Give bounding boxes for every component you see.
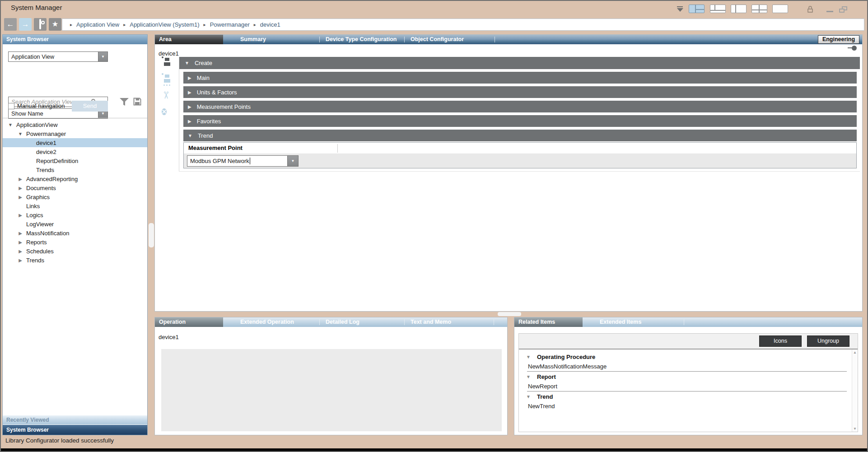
send-button[interactable]: Send xyxy=(72,101,108,112)
tab-summary[interactable]: Summary xyxy=(240,36,266,42)
expander-icon[interactable]: ▼ xyxy=(526,374,532,379)
breadcrumb-item[interactable]: Application View xyxy=(76,21,119,28)
measurement-point-combobox[interactable]: Modbus GPM Network ▼ xyxy=(187,155,299,167)
restore-window-button[interactable] xyxy=(839,6,847,13)
back-button[interactable]: ← xyxy=(4,18,17,31)
scroll-down-icon[interactable]: ▼ xyxy=(853,427,857,431)
tree-item[interactable]: Links xyxy=(3,201,147,210)
pin-icon[interactable] xyxy=(848,46,857,51)
tab-detailed-log[interactable]: Detailed Log xyxy=(326,319,359,325)
expander-icon[interactable]: ▶ xyxy=(17,186,23,191)
expander-icon[interactable]: ▼ xyxy=(526,394,532,399)
scroll-up-icon[interactable]: ▲ xyxy=(853,350,857,354)
view-selector-dropdown[interactable]: Application View ▼ xyxy=(8,51,108,62)
text-cursor xyxy=(250,158,250,164)
chevron-down-icon[interactable]: ▼ xyxy=(287,156,298,166)
breadcrumb-item[interactable]: ApplicationView (System1) xyxy=(130,21,199,28)
expander-icon[interactable]: ▶ xyxy=(17,240,23,245)
tree-item[interactable]: ▶ Trends xyxy=(3,256,147,265)
save-as-button[interactable] xyxy=(162,73,173,85)
tree-item[interactable]: ▶ Logics xyxy=(3,210,147,219)
save-button[interactable] xyxy=(162,56,173,68)
forward-button[interactable]: → xyxy=(19,18,32,31)
tree-item[interactable]: Trends xyxy=(3,165,147,174)
tree-item[interactable]: ▶ Schedules xyxy=(3,247,147,256)
expander-icon[interactable]: ▶ xyxy=(17,177,23,182)
accordion-trend[interactable]: ▼ Trend xyxy=(183,130,857,141)
vertical-splitter-handle[interactable] xyxy=(149,223,154,247)
horizontal-splitter-handle[interactable] xyxy=(498,312,521,316)
related-group[interactable]: ▼ Trend xyxy=(519,392,858,401)
window: System Manager ← → ★ ▸ Application View … xyxy=(0,0,868,452)
ungroup-button[interactable]: Ungroup xyxy=(807,336,849,347)
expander-icon[interactable]: ▶ xyxy=(17,231,23,236)
tab-operation[interactable]: Operation xyxy=(155,317,223,327)
tree-item[interactable]: ▶ AdvancedReporting xyxy=(3,174,147,183)
related-item[interactable]: NewTrend xyxy=(519,401,858,410)
tree-item[interactable]: ▶ Graphics xyxy=(3,192,147,201)
tree-item[interactable]: ▶ Documents xyxy=(3,183,147,192)
tab-area[interactable]: Area xyxy=(155,35,223,44)
cut-button[interactable]: ✂ xyxy=(162,90,173,102)
tree-item[interactable]: ▶ Reports xyxy=(3,238,147,247)
tree-item[interactable]: ▼ ApplicationView xyxy=(3,120,147,129)
icons-view-button[interactable]: Icons xyxy=(759,336,802,347)
layout-four-pane-button[interactable] xyxy=(689,5,705,13)
expander-icon[interactable]: ▼ xyxy=(17,131,23,136)
tab-related-items[interactable]: Related Items xyxy=(514,317,583,327)
configuration-accordion: ▼ Create ▶ Main ▶ Units & Factors ▶ Meas… xyxy=(179,57,860,172)
save-filter-icon[interactable] xyxy=(133,97,142,106)
tree-item-label: Graphics xyxy=(26,194,50,200)
delete-button[interactable]: ✕ xyxy=(162,107,173,118)
expander-icon[interactable]: ▶ xyxy=(17,258,23,263)
accordion-main[interactable]: ▶ Main xyxy=(183,72,857,84)
expander-icon[interactable]: ▶ xyxy=(17,195,23,200)
collapse-panels-icon[interactable] xyxy=(677,6,684,12)
related-group[interactable]: ▼ Operating Procedure xyxy=(519,352,858,362)
related-group[interactable]: ▼ Report xyxy=(519,372,858,382)
related-item[interactable]: NewReport xyxy=(519,382,858,391)
manual-navigation-checkbox[interactable] xyxy=(8,103,14,109)
tree-item[interactable]: device2 xyxy=(3,147,147,156)
primary-work-panel: Area Summary Device Type Configuration O… xyxy=(154,34,863,312)
related-item-label: NewTrend xyxy=(528,403,555,410)
tab-object-configurator[interactable]: Object Configurator xyxy=(411,36,464,42)
accordion-units-factors[interactable]: ▶ Units & Factors xyxy=(183,86,857,98)
expander-icon[interactable]: ▼ xyxy=(7,122,14,127)
layout-split-cross-button[interactable] xyxy=(751,5,767,13)
tree-item[interactable]: LogViewer xyxy=(3,219,147,228)
expander-icon[interactable]: ▶ xyxy=(17,213,23,218)
tab-extended-operation[interactable]: Extended Operation xyxy=(240,319,294,325)
tab-extended-items[interactable]: Extended Items xyxy=(600,319,641,325)
favorites-button[interactable]: ★ xyxy=(49,18,61,31)
accordion-create[interactable]: ▼ Create xyxy=(179,57,860,69)
tree-item[interactable]: ▶ MassNotification xyxy=(3,228,147,238)
accordion-favorites[interactable]: ▶ Favorites xyxy=(183,115,857,127)
tab-text-and-memo[interactable]: Text and Memo xyxy=(411,319,451,325)
trend-editor-row: Modbus GPM Network ▼ xyxy=(184,154,856,168)
tree-item[interactable]: ReportDefinition xyxy=(3,156,147,165)
lock-icon[interactable] xyxy=(807,6,813,13)
engineering-mode-button[interactable]: Engineering xyxy=(818,35,859,44)
recently-viewed-bar[interactable]: Recently Viewed xyxy=(3,415,147,424)
breadcrumb-item-current[interactable]: device1 xyxy=(260,21,280,28)
filter-icon[interactable] xyxy=(119,98,129,107)
accordion-measurement-points[interactable]: ▶ Measurement Points xyxy=(183,101,857,112)
expander-icon[interactable]: ▶ xyxy=(17,249,23,254)
accordion-create-label: Create xyxy=(195,60,212,66)
tab-device-type-configuration[interactable]: Device Type Configuration xyxy=(326,36,397,42)
expand-arrow-icon: ▼ xyxy=(188,133,192,138)
related-items-scrollbar[interactable]: ▲ ▼ xyxy=(852,349,858,432)
layout-single-pane-button[interactable] xyxy=(772,5,788,13)
history-button[interactable] xyxy=(34,18,47,31)
related-item[interactable]: NewMassNotificationMessage xyxy=(519,362,858,371)
tree-item-label: Powermanager xyxy=(26,130,66,137)
layout-left-column-button[interactable] xyxy=(731,5,747,13)
layout-bottom-bar-button[interactable] xyxy=(710,5,726,13)
breadcrumb-item[interactable]: Powermanager xyxy=(210,21,250,28)
minimize-button[interactable] xyxy=(826,11,833,12)
expander-icon[interactable]: ▼ xyxy=(526,354,532,359)
tree-item-selected[interactable]: device1 xyxy=(3,138,147,147)
chevron-down-icon[interactable]: ▼ xyxy=(98,52,107,61)
tree-item[interactable]: ▼ Powermanager xyxy=(3,129,147,138)
